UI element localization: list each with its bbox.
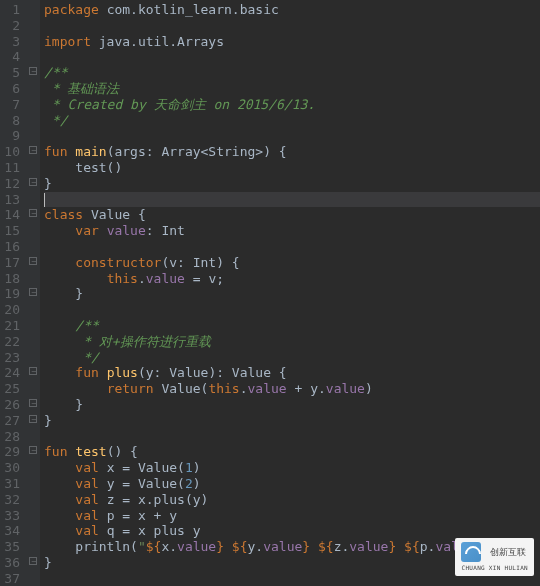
line-number: 8 <box>4 113 20 129</box>
fold-column[interactable] <box>28 0 40 586</box>
fold-slot <box>28 142 40 158</box>
fold-toggle-icon[interactable] <box>29 146 37 154</box>
code-line[interactable]: fun main(args: Array<String>) { <box>44 144 540 160</box>
line-number: 13 <box>4 192 20 208</box>
code-line[interactable]: this.value = v; <box>44 271 540 287</box>
line-number: 16 <box>4 239 20 255</box>
fold-slot <box>28 253 40 269</box>
fold-toggle-icon[interactable] <box>29 178 37 186</box>
fold-toggle-icon[interactable] <box>29 67 37 75</box>
code-line[interactable] <box>44 128 540 144</box>
line-number: 24 <box>4 365 20 381</box>
code-line[interactable]: val q = x plus y <box>44 523 540 539</box>
line-number: 18 <box>4 271 20 287</box>
fold-slot <box>28 442 40 458</box>
fold-slot <box>28 521 40 537</box>
line-number: 19 <box>4 286 20 302</box>
fold-slot <box>28 269 40 285</box>
line-number: 5 <box>4 65 20 81</box>
code-line[interactable]: * 基础语法 <box>44 81 540 97</box>
line-number: 12 <box>4 176 20 192</box>
line-number: 20 <box>4 302 20 318</box>
line-number: 22 <box>4 334 20 350</box>
fold-slot <box>28 63 40 79</box>
fold-slot <box>28 32 40 48</box>
line-number: 21 <box>4 318 20 334</box>
line-number: 2 <box>4 18 20 34</box>
code-line[interactable] <box>44 239 540 255</box>
code-line[interactable]: val z = x.plus(y) <box>44 492 540 508</box>
code-line[interactable]: } <box>44 176 540 192</box>
line-number: 6 <box>4 81 20 97</box>
code-line[interactable]: return Value(this.value + y.value) <box>44 381 540 397</box>
watermark-tag: CHUANG XIN HULIAN <box>461 564 528 571</box>
code-line[interactable]: */ <box>44 350 540 366</box>
code-line[interactable]: } <box>44 413 540 429</box>
code-line[interactable]: fun test() { <box>44 444 540 460</box>
code-line[interactable]: test() <box>44 160 540 176</box>
code-line[interactable]: val y = Value(2) <box>44 476 540 492</box>
fold-toggle-icon[interactable] <box>29 446 37 454</box>
fold-slot <box>28 332 40 348</box>
fold-slot <box>28 553 40 569</box>
code-line[interactable]: * 对+操作符进行重载 <box>44 334 540 350</box>
line-number: 30 <box>4 460 20 476</box>
code-line[interactable] <box>44 302 540 318</box>
fold-slot <box>28 474 40 490</box>
fold-toggle-icon[interactable] <box>29 557 37 565</box>
line-number: 29 <box>4 444 20 460</box>
fold-slot <box>28 47 40 63</box>
fold-slot <box>28 158 40 174</box>
line-number: 17 <box>4 255 20 271</box>
fold-slot <box>28 569 40 585</box>
code-line[interactable]: val p = x + y <box>44 508 540 524</box>
text-cursor <box>44 193 45 207</box>
code-line[interactable]: import java.util.Arrays <box>44 34 540 50</box>
code-line[interactable] <box>44 18 540 34</box>
fold-slot <box>28 126 40 142</box>
fold-slot <box>28 16 40 32</box>
fold-slot <box>28 506 40 522</box>
fold-toggle-icon[interactable] <box>29 415 37 423</box>
code-line[interactable]: package com.kotlin_learn.basic <box>44 2 540 18</box>
code-line[interactable]: } <box>44 397 540 413</box>
line-number: 27 <box>4 413 20 429</box>
fold-slot <box>28 379 40 395</box>
fold-toggle-icon[interactable] <box>29 257 37 265</box>
fold-slot <box>28 363 40 379</box>
watermark-icon <box>461 542 481 562</box>
fold-toggle-icon[interactable] <box>29 367 37 375</box>
code-line[interactable]: * Created by 天命剑主 on 2015/6/13. <box>44 97 540 113</box>
code-line[interactable] <box>44 49 540 65</box>
line-number: 11 <box>4 160 20 176</box>
code-line[interactable] <box>44 429 540 445</box>
code-line[interactable]: class Value { <box>44 207 540 223</box>
code-line[interactable]: */ <box>44 113 540 129</box>
fold-slot <box>28 221 40 237</box>
fold-toggle-icon[interactable] <box>29 209 37 217</box>
fold-slot <box>28 111 40 127</box>
line-number: 35 <box>4 539 20 555</box>
line-number-gutter: 1234567891011121314151617181920212223242… <box>0 0 28 586</box>
code-line[interactable]: /** <box>44 318 540 334</box>
code-line[interactable]: val x = Value(1) <box>44 460 540 476</box>
line-number: 28 <box>4 429 20 445</box>
line-number: 3 <box>4 34 20 50</box>
line-number: 1 <box>4 2 20 18</box>
code-line[interactable] <box>44 192 540 208</box>
line-number: 25 <box>4 381 20 397</box>
fold-slot <box>28 300 40 316</box>
code-line[interactable]: /** <box>44 65 540 81</box>
code-area[interactable]: package com.kotlin_learn.basicimport jav… <box>40 0 540 586</box>
fold-slot <box>28 0 40 16</box>
code-line[interactable]: var value: Int <box>44 223 540 239</box>
line-number: 7 <box>4 97 20 113</box>
fold-toggle-icon[interactable] <box>29 288 37 296</box>
line-number: 34 <box>4 523 20 539</box>
code-line[interactable]: } <box>44 286 540 302</box>
fold-slot <box>28 190 40 206</box>
fold-toggle-icon[interactable] <box>29 399 37 407</box>
code-line[interactable]: constructor(v: Int) { <box>44 255 540 271</box>
code-line[interactable]: fun plus(y: Value): Value { <box>44 365 540 381</box>
code-editor[interactable]: 1234567891011121314151617181920212223242… <box>0 0 540 586</box>
